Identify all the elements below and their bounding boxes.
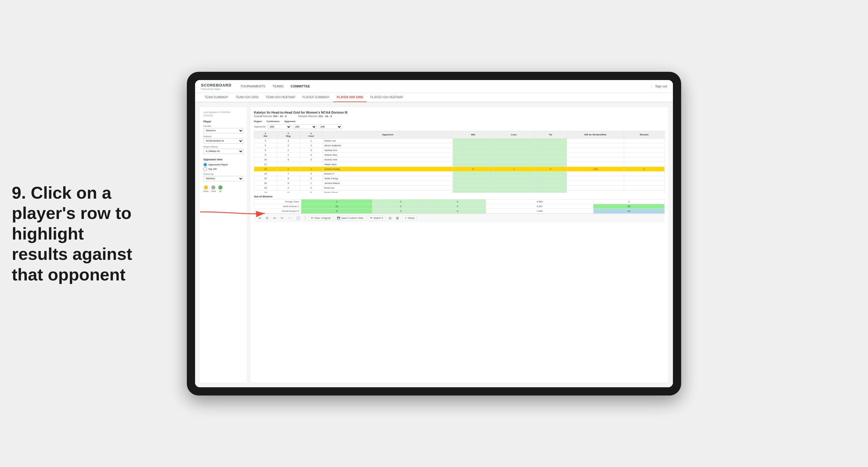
subnav-team-h2h-grid[interactable]: TEAM H2H GRID — [232, 93, 262, 102]
redo-up-btn[interactable]: ↻ — [265, 216, 270, 221]
table-row[interactable]: 914Sharon Mun — [254, 152, 665, 157]
table-row[interactable]: 1585Stella Cheng — [254, 176, 665, 181]
opponent-filter: Opponent — [284, 120, 296, 123]
main-content: Last Updated: 27/03/2024 16:55:28 Player… — [195, 102, 673, 387]
record-row: Overall Record: 353 - 34 - 6 Division Re… — [254, 115, 665, 118]
panel-title: Katelyn Vo Head-to-Head Grid for Women's… — [254, 111, 665, 114]
table-row[interactable]: 19106Emily Chang — [254, 190, 665, 193]
table-cell — [493, 181, 534, 185]
out-table-row[interactable]: NAIA Division 115009.26730 — [254, 204, 665, 209]
table-cell — [624, 185, 664, 190]
watch-btn[interactable]: 👁 Watch ▾ — [368, 216, 385, 220]
table-cell — [624, 152, 664, 157]
table-row[interactable]: 11Haeju Hyun — [254, 162, 665, 166]
out-table-cell: 7.400 — [486, 209, 593, 213]
colour-by-label: Colour by — [203, 173, 243, 176]
table-cell — [567, 181, 624, 185]
region-filter: Region — [254, 120, 262, 123]
table-cell — [300, 162, 323, 166]
table-row[interactable]: 522Alexis Sudjianto — [254, 143, 665, 148]
table-cell: 1 — [493, 166, 534, 171]
share-btn[interactable]: ↗ Share — [402, 216, 416, 220]
legend-up-label: Up — [219, 190, 222, 192]
region-select[interactable]: (All) — [268, 124, 291, 129]
table-row[interactable]: 613Sydney Kuo — [254, 148, 665, 152]
overall-record: Overall Record: 353 - 34 - 6 — [254, 115, 287, 118]
table-cell — [453, 152, 493, 157]
table-cell: 8 — [277, 176, 300, 181]
subnav-team-h2h-heatmap[interactable]: TEAM H2H HEATMAP — [262, 93, 299, 102]
table-cell: 15 — [254, 176, 277, 181]
nav-committee[interactable]: COMMITTEE — [291, 83, 310, 89]
table-row[interactable]: 1063Andrea York — [254, 157, 665, 162]
table-row[interactable]: 1474Eunice Yi — [254, 171, 665, 176]
conference-select[interactable]: (All) — [293, 124, 317, 129]
out-table-cell: 4.500 — [486, 199, 593, 204]
table-cell: 5 — [300, 176, 323, 181]
out-table-cell: 15 — [301, 204, 372, 209]
nav-teams[interactable]: TEAMS — [273, 83, 284, 89]
resize-btn[interactable]: ⊡ — [388, 216, 393, 221]
more-btn[interactable]: ⋯ — [287, 216, 292, 221]
out-table-cell: 0 — [429, 209, 486, 213]
out-table-cell: 9.267 — [486, 204, 593, 209]
player-rank-select[interactable]: 8. Katelyn Vo — [203, 149, 243, 154]
division-select[interactable]: NCAA Division III — [203, 138, 243, 144]
table-cell — [453, 190, 493, 193]
table-cell: 1 — [300, 138, 323, 143]
redo-btn[interactable]: ↩ — [272, 216, 277, 221]
cut-btn[interactable]: ✂ — [280, 216, 284, 221]
undo-btn[interactable]: ↩ — [257, 216, 262, 221]
subnav-player-h2h-grid[interactable]: PLAYER H2H GRID — [333, 93, 367, 102]
opponent-select[interactable]: (All) — [318, 124, 342, 129]
subnav-team-summary[interactable]: TEAM SUMMARY — [201, 93, 232, 102]
th-div: #Div — [254, 131, 277, 138]
table-cell: Euna Lee — [322, 185, 453, 190]
table-cell: 1 — [277, 166, 300, 171]
h2h-table: #Div #Reg #Conf Opponent Win Loss Tie Di… — [254, 131, 665, 193]
table-cell — [567, 190, 624, 193]
table-cell — [534, 162, 567, 166]
grid-btn[interactable]: ⊞ — [395, 216, 400, 221]
clock-btn[interactable]: 🕐 — [295, 216, 301, 221]
table-row[interactable]: 341Esther Lee — [254, 138, 665, 143]
out-table-row[interactable]: Foreign Team1004.5002 — [254, 199, 665, 204]
nav-tournaments[interactable]: TOURNAMENTS — [240, 83, 266, 89]
sign-out-button[interactable]: Sign out — [651, 85, 667, 88]
subnav-player-h2h-heatmap[interactable]: PLAYER H2H HEATMAP — [367, 93, 407, 102]
color-down-dot — [204, 185, 208, 189]
tablet-screen: SCOREBOARD Powered by clippd TOURNAMENTS… — [195, 80, 673, 387]
out-table-row[interactable]: NCAA Division 25007.40010 — [254, 209, 665, 213]
table-cell — [493, 190, 534, 193]
table-cell — [493, 152, 534, 157]
table-cell — [534, 176, 567, 181]
table-row[interactable]: 1822Euna Lee — [254, 185, 665, 190]
out-table-cell: 0 — [372, 204, 429, 209]
th-reg: #Reg — [277, 131, 300, 138]
gender-select[interactable]: Women's — [203, 128, 243, 133]
table-cell — [453, 143, 493, 148]
table-cell: 3 — [254, 138, 277, 143]
view-original-btn[interactable]: 👁 View: Original — [309, 216, 333, 220]
radio-group: Opponents Played Top 100 — [203, 163, 243, 171]
table-cell — [624, 176, 664, 181]
colour-by-select[interactable]: Win/loss — [203, 176, 243, 181]
sub-nav: TEAM SUMMARY TEAM H2H GRID TEAM H2H HEAT… — [195, 93, 673, 102]
radio-opponents-played[interactable]: Opponents Played — [203, 163, 243, 166]
save-custom-view-btn[interactable]: 💾 Save Custom View — [335, 216, 366, 220]
table-cell: 6 — [300, 190, 323, 193]
subnav-player-summary[interactable]: PLAYER SUMMARY — [299, 93, 333, 102]
table-row[interactable]: 1311Jessica Huang010-3.002 — [254, 166, 665, 171]
table-cell: 2 — [624, 166, 664, 171]
table-cell: 13 — [254, 166, 277, 171]
table-cell: Alexis Sudjianto — [322, 143, 453, 148]
logo-sub: Powered by clippd — [201, 88, 231, 90]
table-cell — [624, 162, 664, 166]
table-row[interactable]: 1691Jessica Mason — [254, 181, 665, 185]
table-cell — [624, 143, 664, 148]
table-cell — [453, 148, 493, 152]
out-table-cell: 1 — [301, 199, 372, 204]
table-cell — [453, 138, 493, 143]
radio-top100[interactable]: Top 100 — [203, 167, 243, 171]
table-cell: 16 — [254, 181, 277, 185]
